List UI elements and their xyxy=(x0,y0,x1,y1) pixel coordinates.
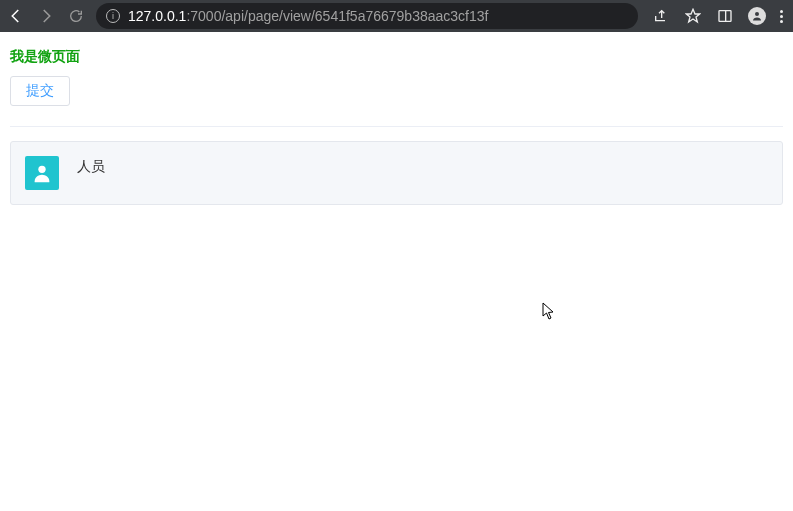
site-info-icon[interactable]: i xyxy=(106,9,120,23)
reload-button[interactable] xyxy=(66,6,86,26)
profile-avatar-icon[interactable] xyxy=(748,7,766,25)
svg-point-3 xyxy=(755,12,759,16)
back-button[interactable] xyxy=(6,6,26,26)
svg-marker-5 xyxy=(543,303,553,319)
svg-point-4 xyxy=(38,166,45,173)
forward-button[interactable] xyxy=(36,6,56,26)
star-icon[interactable] xyxy=(684,7,702,25)
address-bar[interactable]: i 127.0.0.1:7000/api/page/view/6541f5a76… xyxy=(96,3,638,29)
panel-icon[interactable] xyxy=(716,7,734,25)
toolbar-right xyxy=(648,7,787,25)
url-text: 127.0.0.1:7000/api/page/view/6541f5a7667… xyxy=(128,8,628,24)
person-icon xyxy=(25,156,59,190)
divider xyxy=(10,126,783,127)
page-title: 我是微页面 xyxy=(10,48,783,66)
svg-marker-0 xyxy=(686,9,699,22)
kebab-menu-icon[interactable] xyxy=(780,10,783,23)
url-host: 127.0.0.1 xyxy=(128,8,186,24)
url-path: :7000/api/page/view/6541f5a76679b38aac3c… xyxy=(186,8,488,24)
person-card[interactable]: 人员 xyxy=(10,141,783,205)
browser-toolbar: i 127.0.0.1:7000/api/page/view/6541f5a76… xyxy=(0,0,793,32)
cursor-icon xyxy=(542,302,556,323)
share-icon[interactable] xyxy=(652,7,670,25)
person-card-label: 人员 xyxy=(77,156,105,176)
page-content: 我是微页面 提交 人员 xyxy=(0,32,793,215)
submit-button[interactable]: 提交 xyxy=(10,76,70,106)
